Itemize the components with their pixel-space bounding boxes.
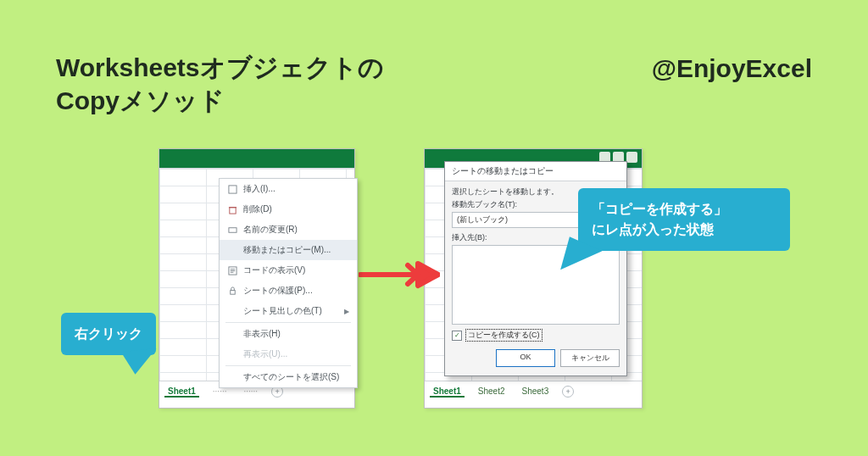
title-line2: Copyメソッド: [56, 86, 225, 114]
sheet-tab-sheet2[interactable]: Sheet2: [475, 386, 509, 398]
separator: [225, 365, 351, 366]
svg-rect-4: [230, 290, 235, 294]
ctx-rename[interactable]: 名前の変更(R): [220, 220, 357, 240]
sheet-tab-sheet1[interactable]: Sheet1: [430, 386, 465, 398]
author-handle: @EnjoyExcel: [652, 54, 812, 83]
sheet-tab-sheet3[interactable]: Sheet3: [519, 386, 553, 398]
excel-titlebar: [159, 149, 354, 168]
ctx-insert[interactable]: 挿入(I)...: [220, 179, 357, 199]
ctx-delete[interactable]: 削除(D): [220, 199, 357, 220]
ctx-unhide: 再表示(U)...: [220, 344, 357, 364]
blank-icon: [227, 330, 237, 339]
blank-icon: [227, 373, 237, 382]
ctx-view-code[interactable]: コードの表示(V): [220, 260, 357, 281]
ok-button[interactable]: OK: [496, 349, 555, 367]
window-btn-icon: [626, 152, 637, 163]
svg-rect-1: [229, 207, 235, 213]
arrow-icon: [359, 259, 440, 291]
blank-icon: [227, 246, 237, 255]
delete-icon: [227, 205, 237, 214]
dialog-title: シートの移動またはコピー: [445, 162, 626, 181]
blank-icon: [227, 307, 237, 316]
book-select-value: (新しいブック): [457, 214, 508, 225]
chevron-right-icon: ▶: [344, 308, 349, 315]
create-copy-row[interactable]: ✓ コピーを作成する(C): [452, 329, 620, 342]
callout-copy-checked: 「コピーを作成する」 にレ点が入った状態: [578, 188, 790, 251]
blank-icon: [227, 350, 237, 359]
insert-icon: [227, 185, 237, 194]
sheet-tab-sheet1[interactable]: Sheet1: [164, 386, 199, 398]
title-line1: Worksheetsオブジェクトの: [56, 53, 384, 81]
ctx-protect-sheet[interactable]: シートの保護(P)...: [220, 281, 357, 301]
svg-rect-2: [228, 227, 236, 232]
create-copy-checkbox[interactable]: ✓: [452, 331, 462, 341]
separator: [225, 322, 351, 323]
page-title: Worksheetsオブジェクトの Copyメソッド: [56, 51, 384, 117]
cancel-button[interactable]: キャンセル: [560, 349, 620, 367]
ctx-select-all-sheets[interactable]: すべてのシートを選択(S): [220, 367, 357, 387]
ctx-move-or-copy[interactable]: 移動またはコピー(M)...: [220, 240, 357, 260]
callout-tail-icon: [121, 348, 159, 375]
lock-icon: [227, 286, 237, 296]
context-menu: 挿入(I)... 削除(D) 名前の変更(R) 移動またはコピー(M)... コ…: [219, 178, 358, 388]
rename-icon: [227, 225, 237, 235]
create-copy-label: コピーを作成する(C): [465, 329, 542, 342]
ctx-hide[interactable]: 非表示(H): [220, 324, 357, 344]
add-sheet-icon[interactable]: +: [562, 386, 574, 398]
callout-right-click: 右クリック: [61, 313, 156, 355]
code-icon: [227, 266, 237, 275]
ctx-tab-color[interactable]: シート見出しの色(T) ▶: [220, 301, 357, 321]
svg-rect-0: [228, 185, 236, 192]
sheet-tabstrip: Sheet1 Sheet2 Sheet3 +: [425, 381, 642, 402]
